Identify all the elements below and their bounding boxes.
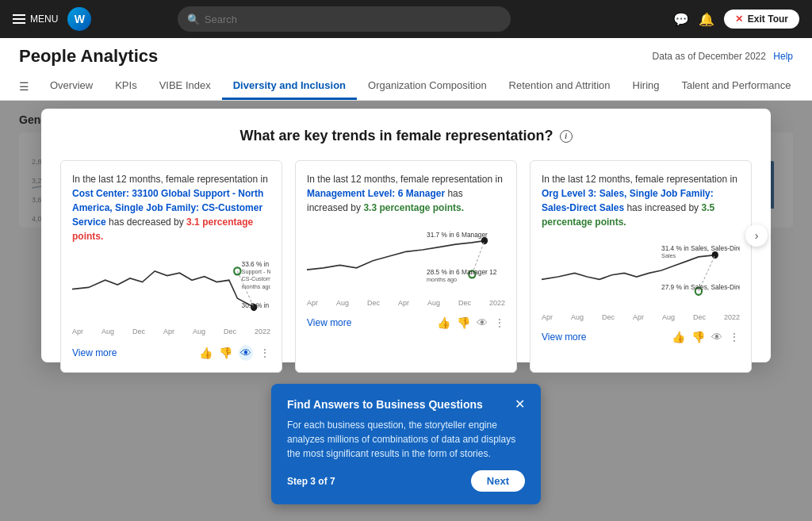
change-value-2: 3.3 percentage points. [363, 202, 464, 213]
hamburger-icon [13, 14, 25, 24]
thumbs-down-icon-2[interactable]: 👎 [457, 316, 470, 329]
bell-icon[interactable]: 🔔 [699, 12, 714, 27]
story-card-1: In the last 12 months, female representa… [60, 160, 282, 373]
more-icon-1[interactable]: ⋮ [259, 347, 270, 359]
info-icon[interactable]: i [560, 130, 573, 143]
data-as-of: Data as of December 2022 Help [653, 51, 793, 62]
modal-card: What are key trends in female representa… [41, 109, 771, 362]
story-text-3: In the last 12 months, female representa… [542, 172, 740, 229]
highlight-name-2: Management Level: 6 Manager [307, 188, 445, 199]
svg-text:Support - North America,: Support - North America, [242, 268, 270, 275]
tab-bar: ☰ Overview KPIs VIBE Index Diversity and… [19, 73, 793, 100]
svg-text:months ago: months ago [427, 276, 457, 283]
chart-3-labels: AprAugDecAprAugDec2022 [542, 313, 740, 321]
search-icon: 🔍 [187, 13, 200, 25]
view-more-1[interactable]: View more [72, 347, 117, 358]
eye-icon-1[interactable]: 👁 [239, 345, 253, 361]
app-logo: W [67, 7, 91, 31]
nav-right-section: 💬 🔔 ✕ Exit Tour [673, 10, 799, 29]
more-icon-3[interactable]: ⋮ [729, 331, 740, 343]
eye-icon-3[interactable]: 👁 [711, 331, 722, 343]
tab-vibe-index[interactable]: VIBE Index [148, 73, 222, 100]
story-text-2: In the last 12 months, female representa… [307, 172, 505, 215]
step-label: Step 3 of 7 [287, 476, 335, 487]
svg-text:31.7 % in 6 Manager: 31.7 % in 6 Manager [427, 231, 488, 239]
menu-button[interactable]: MENU [13, 13, 58, 25]
main-content: Gender Trend 4,000 3,600 3,200 2,800 [0, 101, 812, 521]
card-3-footer: View more 👍 👎 👁 ⋮ [542, 331, 740, 343]
chart-1: 33.6 % in 33100 Global Support - North A… [72, 253, 270, 316]
menu-label: MENU [30, 13, 58, 25]
eye-icon-2[interactable]: 👁 [477, 316, 488, 329]
page-title: People Analytics [19, 46, 158, 67]
highlight-name-3: Org Level 3: Sales, Single Job Family: S… [542, 188, 714, 213]
next-arrow[interactable]: › [745, 224, 768, 247]
card-1-footer: View more 👍 👎 👁 ⋮ [72, 345, 270, 361]
tab-org-composition[interactable]: Organization Composition [357, 73, 498, 100]
tab-kpis[interactable]: KPIs [104, 73, 147, 100]
card-3-actions: 👍 👎 👁 ⋮ [672, 331, 740, 343]
tab-overview[interactable]: Overview [39, 73, 104, 100]
modal-title: What are key trends in female representa… [60, 128, 752, 144]
chart-1-labels: AprAugDecAprAugDec2022 [72, 328, 270, 335]
svg-text:30.5 % in 33100 Global Sup...: 30.5 % in 33100 Global Sup... [242, 301, 270, 308]
exit-tour-label: Exit Tour [748, 13, 788, 25]
chart-2: 31.7 % in 6 Manager 28.5 % in 6 Manager … [307, 224, 505, 288]
svg-point-1 [234, 267, 240, 274]
story-card-3: In the last 12 months, female representa… [530, 160, 752, 373]
tab-diversity[interactable]: Diversity and Inclusion [222, 73, 357, 100]
callout-close-button[interactable]: ✕ [515, 396, 525, 412]
sub-header: People Analytics Data as of December 202… [0, 38, 812, 101]
svg-text:31.4 % in Sales, Sales-Direct: 31.4 % in Sales, Sales-Direct [661, 243, 740, 251]
callout-footer: Step 3 of 7 Next [287, 470, 525, 492]
search-input[interactable] [205, 13, 501, 25]
more-icon-2[interactable]: ⋮ [494, 316, 505, 329]
story-text-1: In the last 12 months, female representa… [72, 172, 270, 243]
story-cards: In the last 12 months, female representa… [60, 160, 752, 373]
tab-talent[interactable]: Talent and Performance [671, 73, 802, 100]
svg-text:CS-Customer Service 12: CS-Customer Service 12 [242, 275, 270, 282]
svg-text:27.9 % in Sales, Sales-Direct.: 27.9 % in Sales, Sales-Direct... [661, 283, 740, 291]
svg-text:Sales: Sales [661, 252, 676, 259]
chat-icon[interactable]: 💬 [673, 12, 689, 27]
view-more-3[interactable]: View more [542, 331, 586, 343]
tab-hiring[interactable]: Hiring [622, 73, 671, 100]
svg-text:33.6 % in 33100 Global: 33.6 % in 33100 Global [242, 260, 270, 268]
next-button[interactable]: Next [471, 470, 525, 492]
x-icon: ✕ [735, 13, 743, 25]
chart-2-labels: AprAugDecAprAugDec2022 [307, 299, 505, 307]
card-2-footer: View more 👍 👎 👁 ⋮ [307, 316, 505, 329]
callout-title: Find Answers to Business Questions [287, 398, 483, 411]
svg-point-14 [712, 251, 718, 259]
card-2-actions: 👍 👎 👁 ⋮ [437, 316, 505, 329]
help-link[interactable]: Help [773, 51, 793, 62]
svg-text:months ago: months ago [242, 282, 270, 289]
thumbs-up-icon-3[interactable]: 👍 [672, 331, 685, 343]
top-navigation: MENU W 🔍 💬 🔔 ✕ Exit Tour [0, 0, 812, 38]
filter-icon[interactable]: ☰ [19, 80, 29, 93]
tab-retention[interactable]: Retention and Attrition [498, 73, 622, 100]
page-title-row: People Analytics Data as of December 202… [19, 46, 793, 67]
callout-header: Find Answers to Business Questions ✕ [287, 396, 525, 412]
thumbs-up-icon-1[interactable]: 👍 [199, 347, 213, 359]
chart-3: 31.4 % in Sales, Sales-Direct Sales 27.9… [542, 239, 740, 302]
tab-skills[interactable]: Skills [802, 73, 812, 100]
svg-text:28.5 % in 6 Manager 12: 28.5 % in 6 Manager 12 [427, 267, 496, 275]
card-1-actions: 👍 👎 👁 ⋮ [199, 345, 270, 361]
exit-tour-button[interactable]: ✕ Exit Tour [724, 10, 799, 29]
view-more-2[interactable]: View more [307, 317, 351, 328]
callout-body: For each business question, the storytel… [287, 418, 525, 461]
callout-box: Find Answers to Business Questions ✕ For… [271, 384, 541, 504]
thumbs-down-icon-1[interactable]: 👎 [219, 347, 232, 359]
story-card-2: In the last 12 months, female representa… [295, 160, 517, 373]
thumbs-up-icon-2[interactable]: 👍 [437, 316, 450, 329]
search-bar[interactable]: 🔍 [178, 6, 511, 32]
thumbs-down-icon-3[interactable]: 👎 [691, 331, 705, 343]
